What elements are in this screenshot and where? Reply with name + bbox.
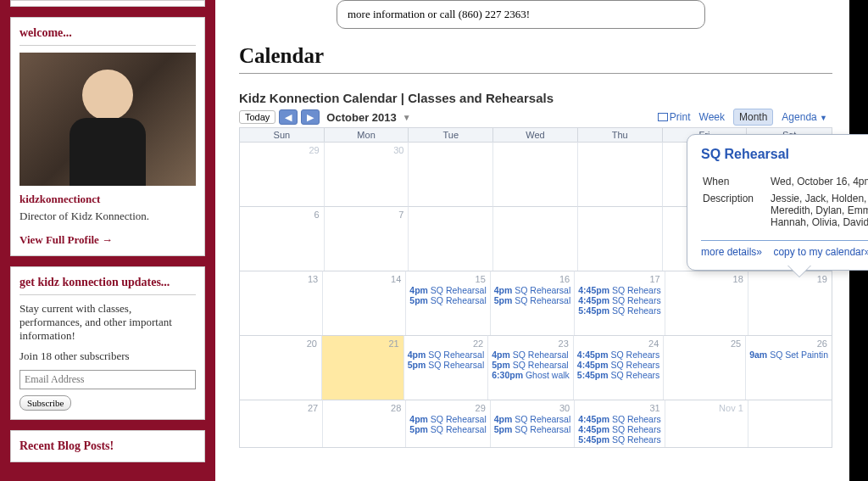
day-cell[interactable]: 7 (325, 206, 409, 271)
day-number: 7 (327, 209, 406, 221)
day-cell[interactable]: 20 (240, 335, 322, 400)
welcome-heading: welcome... (19, 26, 196, 46)
calendar-week: 1314154pm SQ Rehearsal5pm SQ Rehearsal16… (240, 271, 832, 335)
day-cell[interactable] (748, 400, 832, 447)
calendar-event[interactable]: 4:45pm SQ Rehears (576, 360, 660, 370)
day-cell[interactable]: 244:45pm SQ Rehears4:45pm SQ Rehears5:45… (574, 335, 664, 400)
calendar-event[interactable]: 5pm SQ Rehearsal (493, 295, 571, 305)
calendar-event[interactable]: 5:45pm SQ Rehears (577, 305, 661, 316)
day-cell[interactable]: 164pm SQ Rehearsal5pm SQ Rehearsal (491, 271, 575, 335)
calendar-event[interactable]: 4:45pm SQ Rehears (576, 350, 660, 360)
view-agenda-tab[interactable]: Agenda ▼ (776, 109, 832, 125)
day-number: Nov 1 (668, 402, 745, 414)
print-label: Print (670, 111, 691, 123)
calendar-event[interactable]: 4pm SQ Rehearsal (407, 350, 485, 360)
welcome-box: welcome... kidzkonnectionct Director of … (10, 17, 205, 256)
day-cell[interactable]: 27 (240, 400, 323, 447)
day-number: 29 (409, 402, 487, 414)
prev-month-button[interactable]: ◀ (279, 109, 298, 125)
page-title: Calendar (239, 44, 832, 74)
calendar-event[interactable]: 4pm SQ Rehearsal (491, 350, 570, 360)
day-cell[interactable]: 314:45pm SQ Rehears4:45pm SQ Rehears5:45… (575, 400, 665, 447)
calendar-event[interactable]: 4pm SQ Rehearsal (493, 285, 571, 295)
day-cell[interactable]: 25 (664, 335, 746, 400)
day-number (751, 402, 829, 404)
profile-photo[interactable] (19, 53, 196, 186)
day-header: Thu (578, 128, 663, 142)
chevron-down-icon: ▼ (820, 114, 827, 122)
printer-icon (658, 113, 668, 121)
day-number (581, 209, 659, 210)
subscribe-button[interactable]: Subscribe (19, 395, 71, 411)
copy-to-calendar-link[interactable]: copy to my calendar» (773, 246, 868, 258)
calendar-event[interactable]: 5pm SQ Rehearsal (407, 360, 485, 370)
calendar-event[interactable]: 4:45pm SQ Rehears (577, 414, 661, 424)
day-cell[interactable]: Nov 1 (665, 400, 748, 447)
day-header: Wed (493, 128, 578, 142)
recent-heading: Recent Blog Posts! (19, 439, 196, 453)
day-cell[interactable] (578, 142, 663, 206)
updates-heading: get kidz konnection updates... (19, 276, 196, 295)
day-cell[interactable]: 269am SQ Set Paintin (746, 335, 832, 400)
day-cell[interactable] (578, 206, 663, 271)
calendar-event[interactable]: 9am SQ Set Paintin (748, 350, 829, 360)
main-content: more information or call (860) 227 2363!… (215, 0, 849, 481)
day-cell[interactable] (493, 142, 578, 206)
day-number: 23 (491, 338, 570, 350)
day-cell[interactable] (409, 142, 493, 206)
popup-title: SQ Rehearsal (701, 147, 868, 162)
calendar-event[interactable]: 5pm SQ Rehearsal (409, 424, 487, 434)
calendar-title: Kidz Konnection Calendar | Classes and R… (239, 91, 832, 105)
calendar-week: 2021224pm SQ Rehearsal5pm SQ Rehearsal23… (240, 335, 832, 400)
calendar-event[interactable]: 6:30pm Ghost walk (491, 370, 570, 380)
calendar-week: 2728294pm SQ Rehearsal5pm SQ Rehearsal30… (240, 400, 832, 447)
view-week-tab[interactable]: Week (694, 109, 730, 125)
day-number: 6 (242, 209, 321, 221)
calendar-event[interactable]: 4:45pm SQ Rehears (577, 424, 661, 434)
day-number: 25 (666, 338, 743, 350)
next-month-button[interactable]: ▶ (301, 109, 320, 125)
day-cell[interactable]: 304pm SQ Rehearsal5pm SQ Rehearsal (491, 400, 575, 447)
day-cell[interactable]: 234pm SQ Rehearsal5pm SQ Rehearsal6:30pm… (488, 335, 574, 400)
profile-username-link[interactable]: kidzkonnectionct (19, 193, 196, 206)
day-cell[interactable]: 224pm SQ Rehearsal5pm SQ Rehearsal (404, 335, 488, 400)
calendar-event[interactable]: 4:45pm SQ Rehears (577, 295, 661, 305)
calendar-event[interactable]: 5:45pm SQ Rehears (576, 370, 660, 380)
day-cell[interactable] (493, 206, 578, 271)
month-dropdown-icon[interactable]: ▼ (403, 113, 411, 122)
view-full-profile-link[interactable]: View Full Profile → (19, 233, 113, 246)
day-cell[interactable]: 294pm SQ Rehearsal5pm SQ Rehearsal (406, 400, 490, 447)
day-cell[interactable]: 154pm SQ Rehearsal5pm SQ Rehearsal (406, 271, 490, 335)
day-cell[interactable]: 174:45pm SQ Rehears4:45pm SQ Rehears5:45… (575, 271, 665, 335)
updates-text: Stay current with classes, performances,… (19, 302, 196, 343)
day-cell[interactable]: 6 (240, 206, 325, 271)
day-cell[interactable]: 18 (665, 271, 748, 335)
calendar-event[interactable]: 5pm SQ Rehearsal (491, 360, 570, 370)
more-details-link[interactable]: more details» (701, 246, 762, 258)
day-number: 27 (242, 402, 320, 414)
calendar-event[interactable]: 5:45pm SQ Rehears (577, 434, 661, 445)
view-month-tab[interactable]: Month (733, 109, 773, 126)
day-number: 30 (493, 402, 571, 414)
calendar-event[interactable]: 5pm SQ Rehearsal (409, 295, 487, 305)
day-number (581, 144, 659, 146)
day-cell[interactable]: 14 (323, 271, 406, 335)
calendar-event[interactable]: 4:45pm SQ Rehears (577, 285, 661, 295)
print-link[interactable]: Print (658, 111, 691, 123)
day-cell[interactable]: 28 (323, 400, 406, 447)
calendar-event[interactable]: 4pm SQ Rehearsal (493, 414, 571, 424)
day-number: 16 (493, 273, 571, 285)
calendar-event[interactable]: 4pm SQ Rehearsal (409, 285, 487, 295)
day-cell[interactable]: 21 (322, 335, 404, 400)
email-input[interactable] (19, 370, 196, 389)
day-cell[interactable]: 13 (240, 271, 323, 335)
popup-desc-value: Jessie, Jack, Holden, Aurora, Emmy, Mere… (771, 191, 868, 230)
day-cell[interactable]: 29 (240, 142, 325, 206)
calendar-event[interactable]: 4pm SQ Rehearsal (409, 414, 487, 424)
day-number: 28 (326, 402, 403, 414)
popup-desc-label: Description (703, 191, 769, 230)
today-button[interactable]: Today (239, 110, 275, 124)
day-cell[interactable] (409, 206, 493, 271)
day-cell[interactable]: 30 (325, 142, 409, 206)
calendar-event[interactable]: 5pm SQ Rehearsal (493, 424, 571, 434)
